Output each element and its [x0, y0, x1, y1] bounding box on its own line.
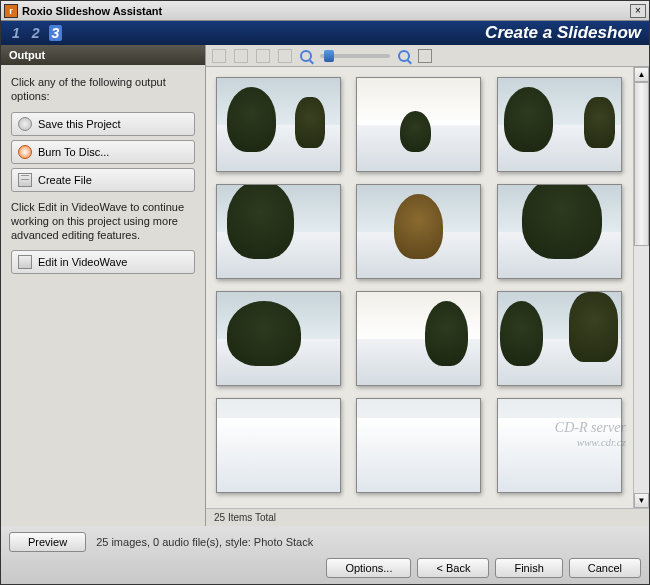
file-icon — [18, 173, 32, 187]
save-project-label: Save this Project — [38, 118, 121, 130]
window-title: Roxio Slideshow Assistant — [22, 5, 630, 17]
remove-icon[interactable] — [234, 49, 248, 63]
main-area: Output Click any of the following output… — [1, 45, 649, 526]
scroll-thumb[interactable] — [634, 82, 649, 246]
grid-view-icon[interactable] — [418, 49, 432, 63]
titlebar: r Roxio Slideshow Assistant × — [1, 1, 649, 21]
step-indicator: 1 2 3 — [9, 25, 62, 41]
step-3[interactable]: 3 — [49, 25, 63, 41]
burn-disc-label: Burn To Disc... — [38, 146, 109, 158]
vertical-scrollbar[interactable]: ▲ ▼ — [633, 67, 649, 508]
burn-icon — [18, 145, 32, 159]
rotate-right-icon[interactable] — [278, 49, 292, 63]
zoom-out-icon[interactable] — [300, 50, 312, 62]
thumbnail-item[interactable] — [497, 77, 622, 172]
footer-summary: 25 images, 0 audio file(s), style: Photo… — [96, 536, 313, 548]
thumbnail-item[interactable] — [216, 398, 341, 493]
content-panel: ▲ ▼ 25 Items Total — [206, 45, 649, 526]
create-file-label: Create File — [38, 174, 92, 186]
preview-button[interactable]: Preview — [9, 532, 86, 552]
sidebar-section-header: Output — [1, 45, 205, 65]
thumbnail-item[interactable] — [497, 184, 622, 279]
save-project-button[interactable]: Save this Project — [11, 112, 195, 136]
cancel-button[interactable]: Cancel — [569, 558, 641, 578]
thumbnail-toolbar — [206, 45, 649, 67]
step-2[interactable]: 2 — [29, 25, 43, 41]
sidebar: Output Click any of the following output… — [1, 45, 206, 526]
status-bar: 25 Items Total — [206, 508, 649, 526]
thumbnail-item[interactable] — [356, 291, 481, 386]
scroll-down-button[interactable]: ▼ — [634, 493, 649, 508]
zoom-slider[interactable] — [320, 54, 390, 58]
thumbnail-item[interactable] — [356, 184, 481, 279]
scroll-track[interactable] — [634, 82, 649, 493]
edit-videowave-button[interactable]: Edit in VideoWave — [11, 250, 195, 274]
finish-button[interactable]: Finish — [495, 558, 562, 578]
zoom-in-icon[interactable] — [398, 50, 410, 62]
footer: Preview 25 images, 0 audio file(s), styl… — [1, 526, 649, 584]
options-button[interactable]: Options... — [326, 558, 411, 578]
monitor-icon[interactable] — [212, 49, 226, 63]
output-intro: Click any of the following output option… — [11, 75, 195, 104]
page-title: Create a Slideshow — [485, 23, 641, 43]
thumbnail-item[interactable] — [216, 77, 341, 172]
thumbnail-grid — [206, 67, 633, 508]
app-window: r Roxio Slideshow Assistant × 1 2 3 Crea… — [0, 0, 650, 585]
thumbnail-item[interactable] — [497, 398, 622, 493]
edit-icon — [18, 255, 32, 269]
step-1[interactable]: 1 — [9, 25, 23, 41]
zoom-slider-handle[interactable] — [324, 50, 334, 62]
scroll-up-button[interactable]: ▲ — [634, 67, 649, 82]
back-button[interactable]: < Back — [417, 558, 489, 578]
thumbnail-item[interactable] — [356, 77, 481, 172]
thumbnail-item[interactable] — [216, 184, 341, 279]
rotate-left-icon[interactable] — [256, 49, 270, 63]
videowave-intro: Click Edit in VideoWave to continue work… — [11, 200, 195, 243]
thumbnail-viewport: ▲ ▼ — [206, 67, 649, 508]
app-icon: r — [4, 4, 18, 18]
sidebar-body: Click any of the following output option… — [1, 65, 205, 288]
edit-videowave-label: Edit in VideoWave — [38, 256, 127, 268]
thumbnail-item[interactable] — [356, 398, 481, 493]
thumbnail-item[interactable] — [497, 291, 622, 386]
burn-disc-button[interactable]: Burn To Disc... — [11, 140, 195, 164]
create-file-button[interactable]: Create File — [11, 168, 195, 192]
wizard-header: 1 2 3 Create a Slideshow — [1, 21, 649, 45]
thumbnail-item[interactable] — [216, 291, 341, 386]
disk-icon — [18, 117, 32, 131]
close-button[interactable]: × — [630, 4, 646, 18]
